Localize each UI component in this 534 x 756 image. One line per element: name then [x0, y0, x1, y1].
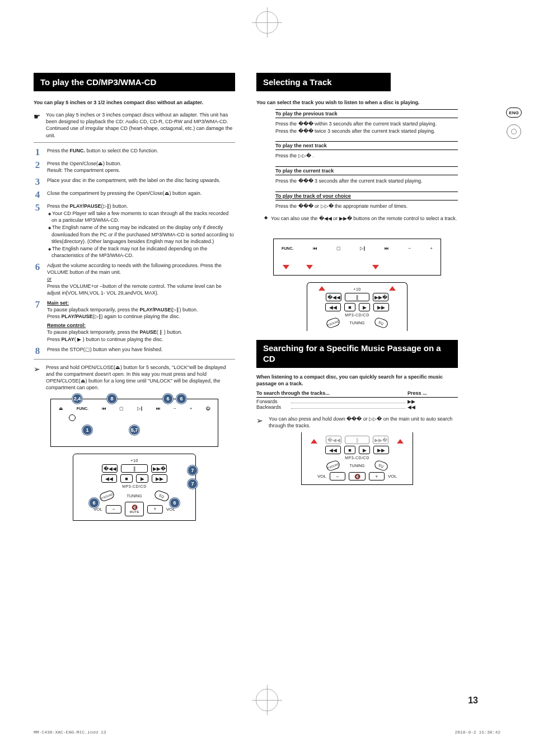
- footer-file: MM-C430-XAC-ENG-MIC.indd 13: [34, 730, 106, 735]
- vol-down-button: −: [330, 472, 345, 480]
- intro-text: You can play 5 inches or 3 1/2 inches co…: [34, 99, 235, 106]
- pointer-icon: [372, 265, 379, 269]
- step-4: 4 Close the compartment by pressing the …: [34, 190, 235, 199]
- step-number: 5: [34, 203, 41, 259]
- mute-icon: 🔇: [354, 474, 360, 479]
- eq-button: EQ: [373, 460, 389, 472]
- pause-button: ∥: [345, 436, 369, 444]
- rewind-button: ◀◀: [325, 303, 341, 311]
- func-label: FUNC.: [282, 246, 293, 250]
- rewind-button: ◀◀: [325, 446, 341, 454]
- vol-plus: +: [430, 246, 433, 251]
- step-number: 8: [34, 346, 41, 356]
- hand-icon: ☛: [34, 111, 43, 139]
- prev-icon: ⏮: [102, 406, 106, 411]
- pointer-icon: [283, 265, 289, 269]
- dot-icon: [69, 414, 76, 421]
- main-unit-diagram: ⏏ FUNC. ⏮ ▢ ▷∥ ⏭ − + ⏻ 2,4 8 6 6 1: [50, 399, 218, 447]
- rewind-icon: ◀◀: [407, 404, 458, 410]
- page: ENG To play the CD/MP3/WMA-CD You can pl…: [0, 0, 534, 756]
- forward-button: ▶▶: [373, 303, 389, 311]
- footer-timestamp: 2010-9-2 15:30:42: [455, 730, 500, 735]
- psound-button: P.SOUND: [325, 317, 341, 329]
- callout-8: 8: [107, 394, 117, 404]
- heading-selecting-track: Selecting a Track: [256, 73, 391, 91]
- section-choice: To play the track of your choice Press t…: [275, 192, 458, 213]
- step-number: 3: [34, 177, 41, 186]
- dotted-leader: [291, 404, 405, 409]
- step-6: 6 Adjust the volume according to needs w…: [34, 262, 235, 296]
- callout-7: 7: [188, 479, 198, 489]
- remote-diagram: +10 �◀◀ ∥ ▶▶� ◀◀ ■ ▶ ▶▶ MP3-CD/CD P.SOUN…: [307, 282, 407, 331]
- remote-diagram-bottom: �◀◀ ∥ ▶▶� ◀◀ ■ ▶ ▶▶ MP3-CD/CD P.SOUND TU…: [301, 432, 413, 485]
- stop-icon: ▢: [336, 246, 341, 251]
- stop-icon: ▢: [119, 406, 124, 411]
- next-track-button: ▶▶�: [151, 464, 167, 473]
- func-label: FUNC.: [77, 407, 88, 410]
- next-track-button: ▶▶�: [373, 293, 388, 301]
- left-column: To play the CD/MP3/WMA-CD You can play 5…: [34, 73, 235, 521]
- arrow-icon: ➢: [256, 416, 265, 429]
- diamond-icon: ◆: [264, 215, 268, 222]
- search-table: To search through the tracks... Press ..…: [256, 390, 458, 410]
- pointer-icon: [397, 439, 404, 444]
- tip-row: ➢ Press and hold OPEN/CLOSE(⏏) button fo…: [34, 364, 235, 391]
- play-button: ▶: [359, 303, 370, 311]
- step-number: 1: [34, 147, 41, 157]
- vol-plus: +: [190, 406, 193, 411]
- eq-button: EQ: [153, 489, 170, 502]
- note-block: ☛ You can play 5 inches or 3 inches comp…: [34, 111, 235, 139]
- stop-button: ■: [344, 303, 355, 311]
- step-number: 2: [34, 160, 41, 174]
- stop-button: ■: [120, 474, 133, 483]
- eject-icon: ⏏: [165, 190, 170, 196]
- pause-button: ∥: [121, 464, 148, 473]
- play-button: ▶: [136, 474, 148, 483]
- callout-6: 6: [176, 394, 186, 404]
- step-8: 8 Press the STOP(▢) button when you have…: [34, 346, 235, 356]
- pointer-icon: [389, 286, 396, 291]
- heading-searching: Searching for a Specific Music Passage o…: [256, 340, 458, 368]
- mute-button: 🔇: [349, 472, 366, 480]
- registration-mark-bottom: [256, 689, 278, 711]
- step-5: 5 Press the PLAY/PAUSE(▷∥) button. Your …: [34, 203, 235, 259]
- next-track-button: ▶▶�: [373, 436, 388, 444]
- forward-button: ▶▶: [373, 446, 389, 454]
- next-icon: ⏭: [385, 246, 389, 251]
- callout-7: 7: [188, 465, 198, 475]
- heading-play-cd: To play the CD/MP3/WMA-CD: [34, 73, 235, 91]
- step-3: 3 Place your disc in the compartment, wi…: [34, 177, 235, 186]
- vol-minus: −: [174, 406, 176, 411]
- disc-icon: [507, 124, 521, 139]
- vol-down-button: −: [106, 505, 121, 514]
- pointer-icon: [306, 265, 313, 269]
- main-unit-diagram: FUNC. ⏮ ▢ ▷∥ ⏭ − +: [273, 239, 441, 276]
- play-pause-icon: ▷∥: [360, 246, 366, 251]
- page-number: 13: [468, 696, 478, 706]
- divider: [34, 142, 235, 143]
- step-number: 6: [34, 262, 41, 296]
- step-number: 7: [34, 300, 41, 343]
- section-previous: To play the previous track Press the ���…: [275, 109, 458, 138]
- mute-icon: 🔇: [132, 505, 138, 510]
- tip-row: ◆ You can also use the �◀◀ or ▶▶� button…: [264, 215, 458, 222]
- callout-5-7: 5,7: [129, 425, 139, 435]
- note-2: Continued use of irregular shape CD (hea…: [46, 125, 232, 138]
- step-1: 1 Press the FUNC. button to select the C…: [34, 147, 235, 157]
- pause-button: ∥: [345, 293, 369, 301]
- stop-button: ■: [344, 446, 355, 454]
- psound-button: P.SOUND: [99, 489, 115, 502]
- note-1: You can play 5 inches or 3 inches compac…: [46, 112, 228, 124]
- forward-button: ▶▶: [152, 474, 167, 483]
- callout-6: 6: [163, 394, 173, 404]
- prev-track-button: �◀◀: [102, 464, 118, 473]
- vol-label: VOL: [317, 474, 326, 479]
- psound-button: P.SOUND: [325, 460, 341, 472]
- section-current: To play the current track Press the ��� …: [275, 166, 458, 188]
- eq-button: EQ: [373, 317, 389, 329]
- rewind-button: ◀◀: [101, 474, 117, 483]
- section-next: To play the next track Press the ▷▷� .: [275, 141, 458, 163]
- play-button: ▶: [359, 446, 370, 454]
- tuning-label: TUNING: [118, 494, 151, 498]
- step-7: 7 Main set: To pause playback temporaril…: [34, 300, 235, 343]
